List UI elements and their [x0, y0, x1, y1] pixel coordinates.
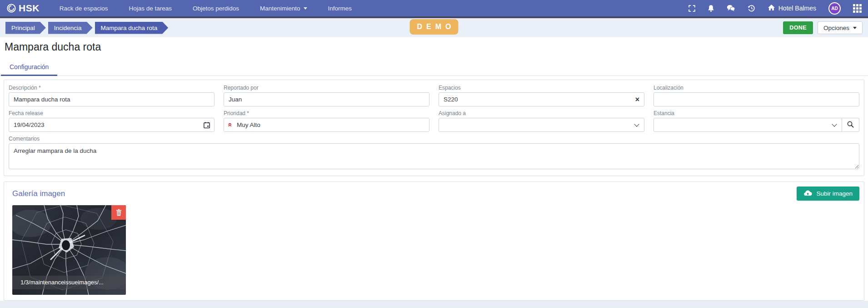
trash-icon: [115, 209, 122, 216]
espacios-input[interactable]: [439, 92, 644, 106]
delete-image-button[interactable]: [111, 205, 126, 220]
fullscreen-icon[interactable]: [688, 5, 695, 12]
estancia-search-button[interactable]: [842, 118, 859, 132]
menu-item-mantenimiento[interactable]: Mantenimiento: [260, 5, 307, 12]
image-caption: 1/3/maintenanceissueimages/...: [12, 276, 126, 289]
calendar-icon[interactable]: [203, 121, 210, 129]
estancia-label: Estancia: [653, 110, 859, 116]
search-icon: [847, 121, 854, 130]
field-asignado-a: Asignado a: [439, 110, 644, 132]
main-menu: Rack de espacios Hojas de tareas Objetos…: [60, 5, 352, 12]
breadcrumb-principal[interactable]: Principal: [5, 22, 46, 34]
cloud-upload-icon: [803, 190, 812, 197]
asignado-a-label: Asignado a: [439, 110, 644, 116]
fecha-release-label: Fecha release: [9, 110, 215, 116]
hsk-logo-icon: [6, 3, 16, 13]
menu-item-rack-de-espacios[interactable]: Rack de espacios: [60, 5, 108, 12]
field-espacios: Espacios ×: [439, 85, 644, 106]
estancia-select[interactable]: [653, 118, 842, 132]
top-navbar: HSK Rack de espacios Hojas de tareas Obj…: [0, 0, 868, 16]
done-button[interactable]: DONE: [783, 21, 813, 34]
hotel-name: Hotel Balmes: [778, 5, 816, 12]
field-estancia: Estancia: [653, 110, 859, 132]
reportado-por-label: Reportado por: [224, 85, 429, 91]
gallery-image-thumbnail[interactable]: 1/3/maintenanceissueimages/...: [12, 205, 126, 295]
field-comentarios: Comentarios Arreglar mampara de la ducha: [9, 136, 859, 171]
notifications-bell-icon[interactable]: [708, 5, 714, 12]
header-actions: DONE Opciones: [783, 21, 863, 34]
fecha-release-input[interactable]: [9, 118, 215, 132]
app-logo-text: HSK: [19, 3, 40, 14]
field-reportado-por: Reportado por: [224, 85, 429, 106]
chevron-down-icon: [304, 7, 307, 10]
home-icon: [768, 4, 775, 12]
hotel-selector[interactable]: Hotel Balmes: [768, 4, 816, 12]
field-prioridad: Prioridad * »: [224, 110, 429, 132]
history-icon[interactable]: [748, 5, 755, 12]
demo-badge: DEMO: [410, 19, 459, 35]
tab-configuracion[interactable]: Configuración: [1, 60, 57, 76]
prioridad-input[interactable]: [224, 118, 429, 132]
image-gallery-panel: Galería imagen Subir imagen: [4, 182, 864, 301]
chat-icon[interactable]: [727, 5, 735, 12]
field-fecha-release: Fecha release: [9, 110, 215, 132]
comentarios-label: Comentarios: [9, 136, 859, 142]
clear-x-icon[interactable]: ×: [635, 96, 639, 103]
menu-item-objetos-perdidos[interactable]: Objetos perdidos: [193, 5, 239, 12]
descripcion-input[interactable]: [9, 92, 215, 106]
localizacion-input[interactable]: [653, 92, 859, 106]
incident-form-panel: Descripción * Reportado por Espacios × L…: [4, 80, 864, 176]
breadcrumb: Principal Incidencia Mampara ducha rota: [5, 22, 168, 34]
options-dropdown-button[interactable]: Opciones: [818, 21, 863, 34]
field-localizacion: Localización: [653, 85, 859, 106]
breadcrumb-current[interactable]: Mampara ducha rota: [95, 22, 169, 34]
descripcion-label: Descripción *: [9, 85, 215, 91]
chevron-down-icon: [832, 121, 837, 126]
priority-high-double-chevron-icon: »: [226, 122, 233, 126]
upload-image-button[interactable]: Subir imagen: [797, 187, 859, 201]
page-background-strip: [0, 301, 868, 308]
app-logo[interactable]: HSK: [6, 3, 40, 14]
field-descripcion: Descripción *: [9, 85, 215, 106]
prioridad-label: Prioridad *: [224, 110, 429, 116]
user-avatar[interactable]: AD: [828, 2, 841, 15]
chevron-down-icon: [853, 27, 857, 29]
reportado-por-input[interactable]: [224, 92, 429, 106]
apps-grid-icon[interactable]: [853, 4, 862, 13]
asignado-a-select[interactable]: [439, 118, 644, 132]
gallery-title: Galería imagen: [9, 189, 65, 198]
tab-bar: Configuración: [0, 60, 868, 76]
menu-item-informes[interactable]: Informes: [328, 5, 352, 12]
chevron-down-icon: [634, 121, 639, 126]
breadcrumb-incidencia[interactable]: Incidencia: [48, 22, 93, 34]
navbar-right-tools: Hotel Balmes AD: [688, 2, 862, 15]
comentarios-textarea[interactable]: Arreglar mampara de la ducha: [9, 143, 859, 169]
breadcrumb-bar: Principal Incidencia Mampara ducha rota …: [0, 16, 868, 37]
localizacion-label: Localización: [653, 85, 859, 91]
espacios-label: Espacios: [439, 85, 644, 91]
page-title: Mampara ducha rota: [5, 41, 868, 53]
menu-item-hojas-de-tareas[interactable]: Hojas de tareas: [129, 5, 172, 12]
